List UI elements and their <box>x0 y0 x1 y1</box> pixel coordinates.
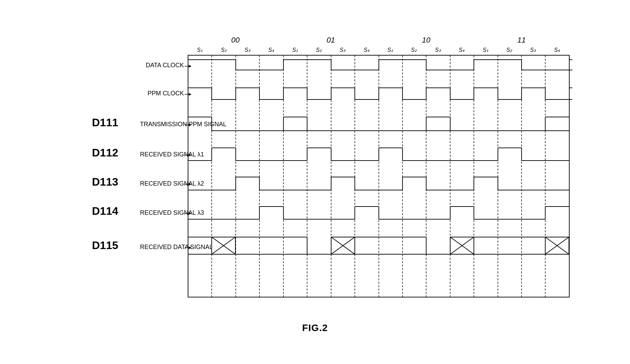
svg-rect-0 <box>58 33 572 318</box>
figure-label: FIG.2 <box>58 322 572 333</box>
timing-diagram-svg: 00 01 10 11 S₁ S₂ S₃ S₄ S₁ S₂ S₃ S₄ S₁ S… <box>58 33 572 318</box>
svg-text:S₄: S₄ <box>459 47 465 53</box>
svg-text:D112: D112 <box>92 146 118 159</box>
svg-text:S₂: S₂ <box>221 47 227 53</box>
svg-text:S₁: S₁ <box>197 47 203 53</box>
diagram-area: 00 01 10 11 S₁ S₂ S₃ S₄ S₁ S₂ S₃ S₄ S₁ S… <box>58 33 572 331</box>
svg-text:D111: D111 <box>92 116 118 129</box>
svg-text:RECEIVED DATA SIGNAL: RECEIVED DATA SIGNAL <box>140 244 213 250</box>
svg-text:00: 00 <box>231 36 240 44</box>
svg-text:S₃: S₃ <box>245 47 251 53</box>
svg-text:D113: D113 <box>92 176 118 188</box>
svg-text:RECEIVED SIGNAL λ1: RECEIVED SIGNAL λ1 <box>140 151 204 158</box>
svg-text:S₁: S₁ <box>292 47 298 53</box>
svg-text:S₂: S₂ <box>411 47 417 53</box>
svg-text:S₄: S₄ <box>364 47 370 53</box>
svg-text:10: 10 <box>422 36 431 44</box>
svg-text:S₄: S₄ <box>554 47 560 53</box>
svg-text:RECEIVED SIGNAL λ3: RECEIVED SIGNAL λ3 <box>140 209 204 216</box>
svg-text:D115: D115 <box>92 239 118 251</box>
svg-text:S₃: S₃ <box>435 47 441 53</box>
page-container: 00 01 10 11 S₁ S₂ S₃ S₄ S₁ S₂ S₃ S₄ S₁ S… <box>0 0 630 364</box>
svg-text:PPM CLOCK: PPM CLOCK <box>148 90 184 97</box>
svg-text:RECEIVED SIGNAL λ2: RECEIVED SIGNAL λ2 <box>140 180 204 187</box>
svg-text:S₃: S₃ <box>530 47 536 53</box>
svg-text:D114: D114 <box>92 205 118 217</box>
svg-text:S₁: S₁ <box>387 47 393 53</box>
svg-text:TRANSMISSION PPM SIGNAL: TRANSMISSION PPM SIGNAL <box>140 121 226 128</box>
svg-text:S₃: S₃ <box>340 47 346 53</box>
svg-text:01: 01 <box>327 36 335 44</box>
svg-text:S₂: S₂ <box>316 47 322 53</box>
svg-text:DATA CLOCK: DATA CLOCK <box>146 62 184 69</box>
svg-text:11: 11 <box>517 36 526 44</box>
svg-text:S₁: S₁ <box>483 47 489 53</box>
svg-text:S₄: S₄ <box>268 47 275 53</box>
svg-text:S₂: S₂ <box>506 47 513 53</box>
